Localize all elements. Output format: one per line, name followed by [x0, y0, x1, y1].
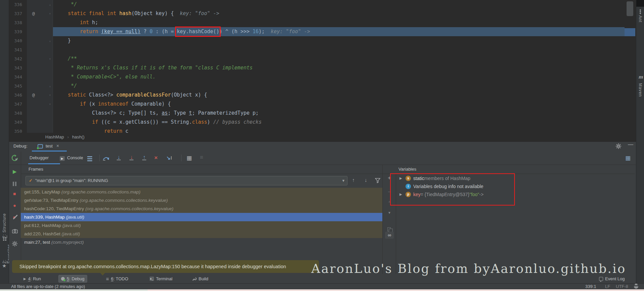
add-watch-icon[interactable]: + [386, 175, 393, 181]
line-separator-indicator[interactable]: LF [605, 284, 610, 289]
frame-row[interactable]: add:220, HashSet (java.util) [21, 230, 382, 238]
code-line[interactable]: 338 int h; [9, 18, 625, 27]
show-watches-icon[interactable]: ∞ [385, 232, 394, 239]
sidebar-item-maven[interactable]: Maven [638, 83, 643, 97]
scrollbar-exec-marker [625, 28, 635, 36]
code-segment [56, 101, 80, 107]
encoding-indicator[interactable]: UTF-8 [616, 284, 628, 289]
debugger-settings-gear-icon[interactable] [12, 241, 17, 246]
toolwindow-button-debug[interactable]: 5: Debug [58, 275, 87, 283]
mute-breakpoints-icon[interactable]: ● [13, 214, 16, 220]
code-line[interactable]: 339 return (key == null) ? 0 : (h = key.… [9, 27, 625, 36]
fold-marker-icon[interactable]: ▵ [49, 81, 51, 91]
evaluate-expression-icon[interactable]: ▦ [186, 155, 192, 162]
code-line[interactable]: 337@▿ static final int hash(Object key) … [9, 9, 625, 18]
code-line[interactable]: 340▵ } [9, 36, 625, 45]
code-line[interactable]: 349 if ((c = x.getClass()) == String.cla… [9, 118, 625, 127]
code-editor[interactable]: 336▵ */337@▿ static final int hash(Objec… [9, 0, 625, 133]
gutter-icons: ▵ [27, 0, 53, 9]
thread-selector-dropdown[interactable]: ✓"main"@1 in group "main": RUNNING ▾ [25, 176, 347, 185]
tab-console[interactable]: Console [67, 155, 83, 160]
line-number: 340 [9, 36, 27, 45]
variable-row[interactable]: ▶sstatic members of HashMap [396, 174, 634, 182]
fold-marker-icon[interactable]: ▿ [49, 91, 51, 100]
frame-row[interactable]: main:27, test (com.myproject) [21, 238, 382, 246]
frame-down-icon[interactable]: ↓ [365, 177, 367, 183]
fold-marker-icon[interactable]: ▿ [49, 54, 51, 63]
hide-panel-icon[interactable]: — [628, 141, 633, 148]
toolwindow-button-run[interactable]: ▶ 4: Run [21, 275, 43, 283]
code-line[interactable]: 346@▿ static Class<?> comparableClassFor… [9, 91, 625, 100]
frame-row[interactable]: put:612, HashMap (java.util) [21, 221, 382, 230]
caret-position[interactable]: 339:1 [585, 284, 596, 289]
favorites-star-icon: ★ [2, 263, 6, 269]
code-line[interactable]: 345▵ */ [9, 81, 625, 91]
code-line[interactable]: 347▿ if (x instanceof Comparable) { [9, 100, 625, 109]
frame-row[interactable]: get:155, LazyMap (org.apache.commons.col… [21, 188, 382, 196]
variable-row[interactable]: ▶pkey = {TiedMapEntry@537} "foo" -> [396, 190, 634, 198]
sidebar-item-ant[interactable]: Ant [638, 15, 643, 22]
frame-label: getValue:73, TiedMapEntry [24, 198, 80, 203]
rerun-icon[interactable] [11, 155, 18, 161]
code-segment: return [104, 128, 122, 133]
frame-row[interactable]: hash:339, HashMap (java.util) [21, 213, 382, 221]
code-line[interactable]: 336▵ */ [9, 0, 625, 9]
code-line[interactable]: 348 Class<?> c; Type[] ts, as; Type t; P… [9, 109, 625, 118]
toolwindow-button-build[interactable]: Build [190, 275, 211, 283]
code-line[interactable]: 350 return c [9, 127, 625, 133]
variable-text: static [413, 174, 424, 182]
fold-marker-icon[interactable]: ▿ [49, 9, 51, 18]
line-number: 349 [9, 118, 27, 127]
toolwindow-button-todo[interactable]: ≡ 6: TODO [104, 275, 130, 283]
variables-list: ▶sstatic members of HashMapiVariables de… [396, 174, 634, 198]
line-number: 344 [9, 72, 27, 81]
panel-splitter[interactable] [382, 165, 383, 274]
close-icon[interactable]: × [56, 143, 59, 149]
frames-panel-header: Frames [29, 167, 43, 172]
restore-layout-icon[interactable]: ▦ [625, 155, 631, 162]
code-text: * Comparable<C>", else null. [53, 72, 625, 81]
frame-up-icon[interactable]: ↑ [352, 177, 355, 183]
fold-marker-icon[interactable]: ▵ [49, 36, 51, 45]
frame-row[interactable]: getValue:73, TiedMapEntry (org.apache.co… [21, 196, 382, 205]
breadcrumb-class[interactable]: HashMap [45, 134, 64, 139]
filter-frames-icon[interactable] [375, 178, 380, 183]
stop-icon[interactable]: ■ [13, 191, 16, 196]
frame-row[interactable]: hashCode:120, TiedMapEntry (org.apache.c… [21, 205, 382, 213]
code-segment: return [80, 28, 101, 35]
sidebar-item-structure[interactable]: 7: Structure [2, 196, 7, 238]
threads-view-icon[interactable] [87, 156, 92, 162]
toolwindow-button-terminal[interactable]: ▸_ Terminal [147, 275, 175, 283]
status-message[interactable]: All files are up-to-date (2 minutes ago) [11, 284, 85, 289]
code-line[interactable]: 343 * Returns x's Class if it is of the … [9, 63, 625, 72]
drop-frame-icon[interactable]: × [154, 155, 158, 161]
editor-scrollbar[interactable] [627, 1, 633, 16]
code-segment: if [80, 101, 89, 107]
expand-arrow-icon[interactable]: ▶ [399, 190, 406, 198]
code-line[interactable]: 342▿ /** [9, 54, 625, 63]
run-to-cursor-icon[interactable]: ↘I [166, 155, 172, 161]
step-out-icon[interactable]: ↑ [142, 155, 146, 160]
breadcrumb-method[interactable]: hash() [72, 134, 85, 139]
force-step-into-icon[interactable]: ↓ [129, 155, 133, 160]
resume-icon[interactable]: ▶ [13, 169, 17, 175]
variable-row[interactable]: iVariables debug info not available [396, 182, 634, 190]
tab-debug-session[interactable]: test [46, 143, 53, 149]
move-down-icon[interactable]: ▼ [386, 211, 393, 215]
tab-debugger[interactable]: Debugger [30, 155, 49, 160]
event-log-button[interactable]: Event Log [599, 276, 625, 281]
code-line[interactable]: 341 [9, 45, 625, 54]
gear-icon[interactable] [616, 143, 621, 149]
frame-package: (org.apache.commons.collections.map) [61, 189, 141, 194]
step-into-icon[interactable]: ↓ [117, 155, 121, 160]
fold-marker-icon[interactable]: ▵ [49, 0, 51, 9]
expand-arrow-icon[interactable]: ▶ [399, 174, 406, 182]
step-over-icon[interactable] [103, 156, 109, 161]
duplicate-watch-icon[interactable] [387, 227, 391, 231]
camera-icon[interactable] [12, 229, 18, 233]
fold-marker-icon[interactable]: ▿ [49, 100, 51, 109]
line-number: 350 [9, 127, 27, 133]
view-breakpoints-icon[interactable]: ● [13, 202, 16, 208]
code-line[interactable]: 344 * Comparable<C>", else null. [9, 72, 625, 81]
reader-mode-icon[interactable] [634, 284, 638, 289]
